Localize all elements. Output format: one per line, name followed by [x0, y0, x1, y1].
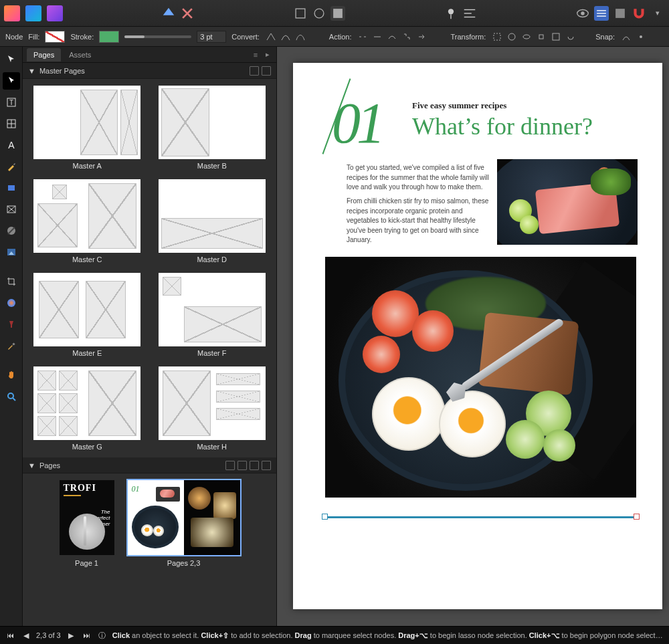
artistic-text-tool[interactable]: A — [3, 136, 20, 154]
canvas[interactable]: 01 Five easy summer recipes What’s for d… — [277, 47, 669, 626]
pages-dup-icon[interactable] — [250, 461, 259, 470]
transform-sel-icon[interactable] — [550, 31, 562, 43]
nav-next-icon[interactable]: ▶ — [66, 631, 76, 641]
nav-last-icon[interactable]: ⏭ — [82, 631, 92, 641]
baseline-icon[interactable] — [594, 6, 609, 21]
preview-icon[interactable] — [575, 6, 590, 21]
action-join-icon[interactable] — [401, 31, 413, 43]
master-a[interactable]: Master A — [32, 86, 142, 170]
action-reverse-icon[interactable] — [415, 31, 427, 43]
masters-grid: Master A Master B Master C — [23, 79, 276, 457]
svg-point-2 — [314, 9, 324, 18]
transparency-tool[interactable] — [3, 222, 20, 239]
nav-prev-icon[interactable]: ◀ — [21, 631, 31, 641]
crop-tool[interactable] — [3, 273, 20, 290]
chevron-down-icon[interactable]: ▼ — [28, 461, 35, 469]
master-delete-icon[interactable] — [262, 66, 271, 76]
transform-rotate-icon[interactable] — [565, 31, 577, 43]
color-picker-tool[interactable] — [3, 337, 20, 354]
master-g[interactable]: Master G — [32, 366, 142, 451]
svg-marker-0 — [163, 7, 175, 15]
context-toolbar: Node Fill: Stroke: Convert: Action: Tran… — [0, 27, 669, 47]
frame-text-tool[interactable]: T — [3, 94, 20, 111]
dropdown-icon[interactable]: ▾ — [650, 6, 665, 21]
action-break-icon[interactable] — [357, 31, 369, 43]
hero-image-large[interactable] — [325, 257, 636, 498]
picture-frame-tool[interactable] — [3, 201, 20, 218]
view-mode-fill-icon[interactable] — [330, 6, 345, 21]
page-thumb-2-3[interactable]: 01 — [128, 480, 240, 567]
transform-handle-icon[interactable] — [535, 31, 547, 43]
persona-icon-b[interactable] — [180, 6, 195, 21]
stroke-swatch[interactable] — [99, 31, 119, 43]
stroke-width-slider[interactable] — [124, 35, 191, 38]
view-mode-circle-icon[interactable] — [312, 6, 326, 21]
move-tool[interactable] — [3, 51, 20, 68]
svg-point-4 — [448, 9, 454, 14]
hints-toggle-icon[interactable]: ⓘ — [97, 631, 107, 641]
action-close-icon[interactable] — [371, 31, 383, 43]
fill-swatch[interactable] — [45, 31, 65, 43]
svg-point-17 — [523, 35, 530, 39]
pages-delete-icon[interactable] — [262, 461, 271, 470]
convert-smart-icon[interactable] — [294, 31, 306, 43]
nav-first-icon[interactable]: ⏮ — [5, 631, 15, 641]
master-add-icon[interactable] — [250, 66, 259, 76]
convert-smooth-icon[interactable] — [280, 31, 292, 43]
app-switch-publisher-icon[interactable] — [4, 5, 20, 21]
selected-line-object[interactable] — [325, 516, 636, 518]
transform-box-icon[interactable] — [491, 31, 503, 43]
app-switch-photo-icon[interactable] — [47, 5, 63, 21]
app-switch-designer-icon[interactable] — [25, 5, 41, 21]
place-image-tool[interactable] — [3, 243, 20, 261]
master-d[interactable]: Master D — [157, 179, 268, 263]
master-f[interactable]: Master F — [157, 273, 268, 357]
pages-spread-icon[interactable] — [225, 461, 235, 470]
snap-curve-icon[interactable] — [620, 31, 632, 43]
zoom-tool[interactable] — [3, 388, 20, 405]
panel-close-icon[interactable]: ▸ — [263, 50, 272, 60]
fill-tool[interactable] — [3, 294, 20, 312]
selection-handle-right[interactable] — [634, 514, 640, 520]
hero-image-small[interactable] — [497, 159, 638, 245]
persona-icon-a[interactable] — [161, 6, 176, 21]
clip-icon[interactable] — [613, 6, 628, 21]
pin-icon[interactable] — [444, 6, 458, 21]
section-number: 01 — [332, 90, 381, 156]
svg-text:A: A — [8, 140, 15, 150]
tab-assets[interactable]: Assets — [62, 48, 98, 62]
view-mode-square-icon[interactable] — [293, 6, 308, 21]
panel-menu-icon[interactable]: ≡ — [251, 50, 260, 60]
transform-label: Transform: — [450, 33, 486, 41]
page-thumb-1[interactable]: TROFI The Perfect Dinner Page 1 — [60, 480, 114, 567]
tab-pages[interactable]: Pages — [27, 48, 61, 62]
table-tool[interactable] — [3, 115, 20, 132]
master-c[interactable]: Master C — [32, 179, 142, 263]
pages-panel: Pages Assets ≡ ▸ ▼ Master Pages Mast — [23, 47, 277, 626]
glass-tool[interactable] — [3, 316, 20, 333]
hand-tool[interactable] — [3, 366, 20, 384]
snap-node-icon[interactable] — [635, 31, 647, 43]
action-label: Action: — [329, 33, 352, 41]
transform-sync-icon[interactable] — [506, 31, 518, 43]
chevron-down-icon[interactable]: ▼ — [28, 67, 35, 75]
svg-point-37 — [8, 393, 13, 399]
node-tool[interactable] — [3, 72, 20, 90]
master-a-label: Master A — [73, 162, 102, 170]
transform-eye-icon[interactable] — [520, 31, 533, 43]
rectangle-tool[interactable] — [3, 179, 20, 197]
masters-section-label: Master Pages — [39, 67, 85, 75]
selection-handle-left[interactable] — [322, 514, 328, 520]
page-indicator: 2,3 of 3 — [36, 631, 61, 639]
magnet-icon[interactable] — [632, 6, 646, 21]
master-e[interactable]: Master E — [32, 273, 142, 357]
action-smooth-icon[interactable] — [386, 31, 398, 43]
convert-sharp-icon[interactable] — [265, 31, 277, 43]
pages-single-icon[interactable] — [237, 461, 247, 470]
pen-tool[interactable] — [3, 158, 20, 175]
master-h[interactable]: Master H — [157, 366, 268, 451]
tool-name-label: Node — [5, 33, 23, 41]
master-b[interactable]: Master B — [157, 86, 268, 170]
stroke-width-input[interactable] — [197, 31, 226, 43]
align-icon[interactable] — [462, 6, 477, 21]
